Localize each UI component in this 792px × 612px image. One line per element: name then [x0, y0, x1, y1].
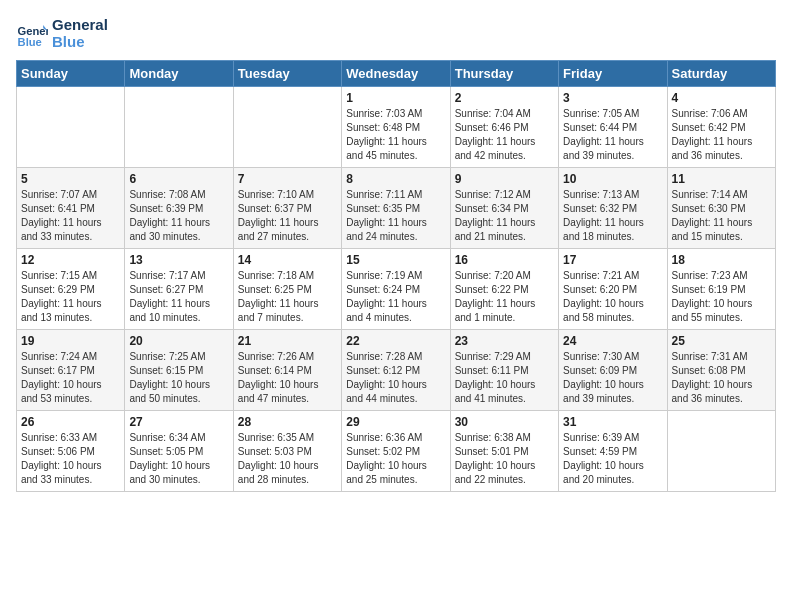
day-number: 26 [21, 415, 120, 429]
day-info: Sunrise: 7:13 AM Sunset: 6:32 PM Dayligh… [563, 188, 662, 244]
col-header-sunday: Sunday [17, 61, 125, 87]
calendar-cell-1-6: 3Sunrise: 7:05 AM Sunset: 6:44 PM Daylig… [559, 87, 667, 168]
day-number: 2 [455, 91, 554, 105]
day-number: 19 [21, 334, 120, 348]
calendar-cell-2-1: 5Sunrise: 7:07 AM Sunset: 6:41 PM Daylig… [17, 168, 125, 249]
week-row-2: 5Sunrise: 7:07 AM Sunset: 6:41 PM Daylig… [17, 168, 776, 249]
calendar-cell-2-3: 7Sunrise: 7:10 AM Sunset: 6:37 PM Daylig… [233, 168, 341, 249]
calendar-cell-3-6: 17Sunrise: 7:21 AM Sunset: 6:20 PM Dayli… [559, 249, 667, 330]
calendar-cell-4-3: 21Sunrise: 7:26 AM Sunset: 6:14 PM Dayli… [233, 330, 341, 411]
week-row-3: 12Sunrise: 7:15 AM Sunset: 6:29 PM Dayli… [17, 249, 776, 330]
day-info: Sunrise: 7:30 AM Sunset: 6:09 PM Dayligh… [563, 350, 662, 406]
day-number: 30 [455, 415, 554, 429]
day-info: Sunrise: 7:23 AM Sunset: 6:19 PM Dayligh… [672, 269, 771, 325]
calendar-cell-4-5: 23Sunrise: 7:29 AM Sunset: 6:11 PM Dayli… [450, 330, 558, 411]
col-header-thursday: Thursday [450, 61, 558, 87]
col-header-wednesday: Wednesday [342, 61, 450, 87]
calendar-cell-5-4: 29Sunrise: 6:36 AM Sunset: 5:02 PM Dayli… [342, 411, 450, 492]
day-number: 12 [21, 253, 120, 267]
day-number: 28 [238, 415, 337, 429]
day-number: 14 [238, 253, 337, 267]
day-number: 11 [672, 172, 771, 186]
calendar-cell-3-4: 15Sunrise: 7:19 AM Sunset: 6:24 PM Dayli… [342, 249, 450, 330]
day-info: Sunrise: 7:19 AM Sunset: 6:24 PM Dayligh… [346, 269, 445, 325]
day-info: Sunrise: 6:35 AM Sunset: 5:03 PM Dayligh… [238, 431, 337, 487]
day-number: 7 [238, 172, 337, 186]
calendar-cell-4-1: 19Sunrise: 7:24 AM Sunset: 6:17 PM Dayli… [17, 330, 125, 411]
day-info: Sunrise: 7:29 AM Sunset: 6:11 PM Dayligh… [455, 350, 554, 406]
day-number: 8 [346, 172, 445, 186]
col-header-saturday: Saturday [667, 61, 775, 87]
day-info: Sunrise: 7:20 AM Sunset: 6:22 PM Dayligh… [455, 269, 554, 325]
calendar-cell-1-3 [233, 87, 341, 168]
calendar-cell-3-7: 18Sunrise: 7:23 AM Sunset: 6:19 PM Dayli… [667, 249, 775, 330]
day-info: Sunrise: 7:08 AM Sunset: 6:39 PM Dayligh… [129, 188, 228, 244]
day-number: 9 [455, 172, 554, 186]
logo-blue: Blue [52, 33, 108, 50]
day-info: Sunrise: 7:03 AM Sunset: 6:48 PM Dayligh… [346, 107, 445, 163]
day-number: 5 [21, 172, 120, 186]
calendar-cell-1-5: 2Sunrise: 7:04 AM Sunset: 6:46 PM Daylig… [450, 87, 558, 168]
day-number: 29 [346, 415, 445, 429]
day-number: 4 [672, 91, 771, 105]
logo: General Blue General Blue [16, 16, 108, 50]
col-header-friday: Friday [559, 61, 667, 87]
day-number: 13 [129, 253, 228, 267]
day-info: Sunrise: 7:05 AM Sunset: 6:44 PM Dayligh… [563, 107, 662, 163]
day-info: Sunrise: 6:34 AM Sunset: 5:05 PM Dayligh… [129, 431, 228, 487]
week-row-1: 1Sunrise: 7:03 AM Sunset: 6:48 PM Daylig… [17, 87, 776, 168]
calendar-cell-2-4: 8Sunrise: 7:11 AM Sunset: 6:35 PM Daylig… [342, 168, 450, 249]
day-number: 1 [346, 91, 445, 105]
calendar-cell-5-3: 28Sunrise: 6:35 AM Sunset: 5:03 PM Dayli… [233, 411, 341, 492]
day-info: Sunrise: 6:38 AM Sunset: 5:01 PM Dayligh… [455, 431, 554, 487]
calendar-cell-5-2: 27Sunrise: 6:34 AM Sunset: 5:05 PM Dayli… [125, 411, 233, 492]
col-header-monday: Monday [125, 61, 233, 87]
calendar-cell-1-4: 1Sunrise: 7:03 AM Sunset: 6:48 PM Daylig… [342, 87, 450, 168]
calendar-cell-5-7 [667, 411, 775, 492]
day-info: Sunrise: 6:39 AM Sunset: 4:59 PM Dayligh… [563, 431, 662, 487]
calendar-cell-5-6: 31Sunrise: 6:39 AM Sunset: 4:59 PM Dayli… [559, 411, 667, 492]
calendar-cell-4-7: 25Sunrise: 7:31 AM Sunset: 6:08 PM Dayli… [667, 330, 775, 411]
day-info: Sunrise: 7:17 AM Sunset: 6:27 PM Dayligh… [129, 269, 228, 325]
day-info: Sunrise: 7:10 AM Sunset: 6:37 PM Dayligh… [238, 188, 337, 244]
day-info: Sunrise: 7:31 AM Sunset: 6:08 PM Dayligh… [672, 350, 771, 406]
day-number: 24 [563, 334, 662, 348]
day-info: Sunrise: 7:07 AM Sunset: 6:41 PM Dayligh… [21, 188, 120, 244]
day-info: Sunrise: 7:28 AM Sunset: 6:12 PM Dayligh… [346, 350, 445, 406]
calendar-cell-3-3: 14Sunrise: 7:18 AM Sunset: 6:25 PM Dayli… [233, 249, 341, 330]
day-number: 3 [563, 91, 662, 105]
calendar-cell-4-2: 20Sunrise: 7:25 AM Sunset: 6:15 PM Dayli… [125, 330, 233, 411]
day-info: Sunrise: 7:15 AM Sunset: 6:29 PM Dayligh… [21, 269, 120, 325]
logo-general: General [52, 16, 108, 33]
day-info: Sunrise: 7:04 AM Sunset: 6:46 PM Dayligh… [455, 107, 554, 163]
day-info: Sunrise: 6:33 AM Sunset: 5:06 PM Dayligh… [21, 431, 120, 487]
day-number: 15 [346, 253, 445, 267]
calendar-header-row: SundayMondayTuesdayWednesdayThursdayFrid… [17, 61, 776, 87]
day-info: Sunrise: 6:36 AM Sunset: 5:02 PM Dayligh… [346, 431, 445, 487]
svg-text:Blue: Blue [18, 36, 42, 48]
day-info: Sunrise: 7:25 AM Sunset: 6:15 PM Dayligh… [129, 350, 228, 406]
day-info: Sunrise: 7:12 AM Sunset: 6:34 PM Dayligh… [455, 188, 554, 244]
calendar-cell-1-7: 4Sunrise: 7:06 AM Sunset: 6:42 PM Daylig… [667, 87, 775, 168]
calendar-cell-4-6: 24Sunrise: 7:30 AM Sunset: 6:09 PM Dayli… [559, 330, 667, 411]
calendar-cell-3-2: 13Sunrise: 7:17 AM Sunset: 6:27 PM Dayli… [125, 249, 233, 330]
calendar-cell-2-6: 10Sunrise: 7:13 AM Sunset: 6:32 PM Dayli… [559, 168, 667, 249]
calendar-cell-1-1 [17, 87, 125, 168]
day-info: Sunrise: 7:18 AM Sunset: 6:25 PM Dayligh… [238, 269, 337, 325]
col-header-tuesday: Tuesday [233, 61, 341, 87]
day-number: 22 [346, 334, 445, 348]
day-number: 20 [129, 334, 228, 348]
logo-icon: General Blue [16, 17, 48, 49]
day-info: Sunrise: 7:06 AM Sunset: 6:42 PM Dayligh… [672, 107, 771, 163]
day-number: 17 [563, 253, 662, 267]
calendar-cell-3-5: 16Sunrise: 7:20 AM Sunset: 6:22 PM Dayli… [450, 249, 558, 330]
calendar-cell-5-1: 26Sunrise: 6:33 AM Sunset: 5:06 PM Dayli… [17, 411, 125, 492]
calendar-cell-4-4: 22Sunrise: 7:28 AM Sunset: 6:12 PM Dayli… [342, 330, 450, 411]
day-number: 27 [129, 415, 228, 429]
calendar-cell-2-7: 11Sunrise: 7:14 AM Sunset: 6:30 PM Dayli… [667, 168, 775, 249]
day-number: 31 [563, 415, 662, 429]
calendar-cell-3-1: 12Sunrise: 7:15 AM Sunset: 6:29 PM Dayli… [17, 249, 125, 330]
day-number: 6 [129, 172, 228, 186]
day-number: 25 [672, 334, 771, 348]
week-row-5: 26Sunrise: 6:33 AM Sunset: 5:06 PM Dayli… [17, 411, 776, 492]
